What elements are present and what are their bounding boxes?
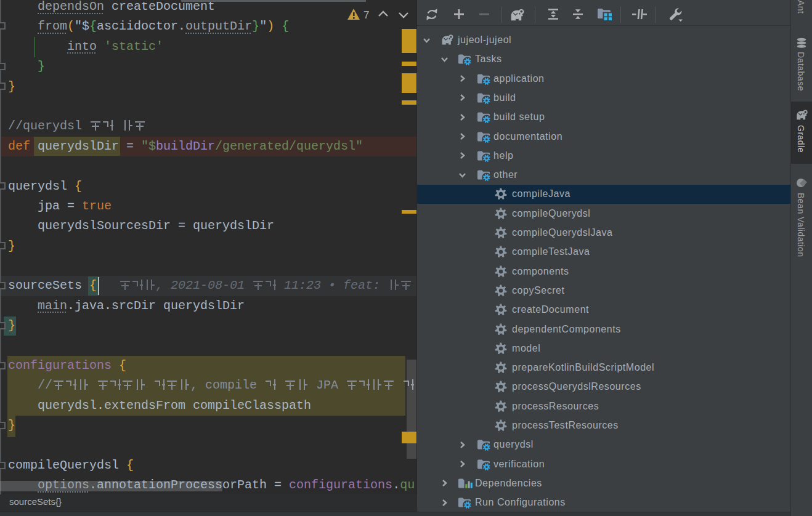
svg-text:7: 7: [363, 9, 369, 21]
